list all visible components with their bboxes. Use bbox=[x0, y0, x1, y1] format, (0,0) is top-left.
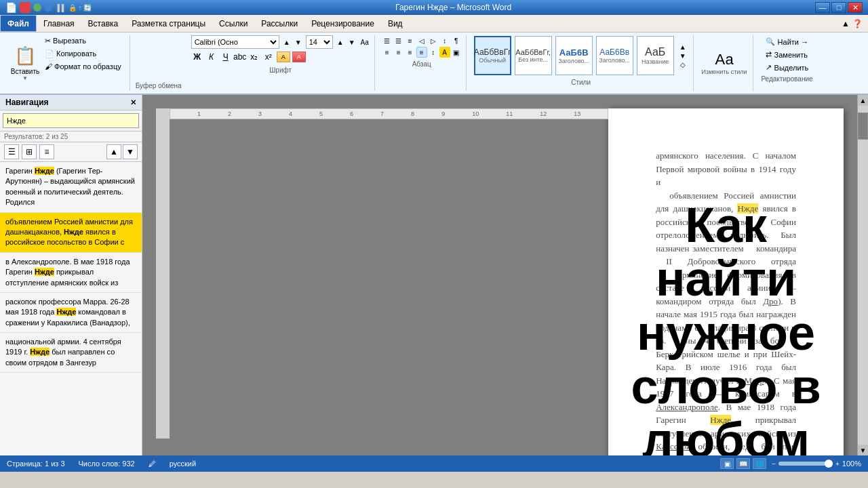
subscript-button[interactable]: x₂ bbox=[248, 51, 260, 63]
zoom-in-button[interactable]: + bbox=[835, 460, 840, 468]
style-normal[interactable]: АаБбВвГг Обычный bbox=[474, 36, 511, 75]
nav-close-button[interactable]: ✕ bbox=[130, 98, 136, 107]
close-button[interactable]: ✕ bbox=[848, 2, 863, 13]
nav-item-2[interactable]: в Александрополе. В мае 1918 года Гареги… bbox=[0, 253, 142, 293]
copy-button[interactable]: 📄 Копировать bbox=[42, 48, 124, 60]
status-left: Страница: 1 из 3 Число слов: 932 🖉 русск… bbox=[7, 460, 196, 468]
menu-mailings[interactable]: Рассылки bbox=[254, 15, 304, 32]
zoom-out-button[interactable]: − bbox=[772, 460, 776, 468]
font-color-button[interactable]: A bbox=[292, 52, 306, 62]
right-scrollbar[interactable]: ▲ ▼ bbox=[857, 95, 868, 455]
navigation-panel: Навигация ✕ Результатов: 2 из 25 ☰ ⊞ ≡ ▲… bbox=[0, 95, 142, 455]
menu-view[interactable]: Вид bbox=[381, 15, 410, 32]
maximize-button[interactable]: □ bbox=[831, 2, 846, 13]
font-group: Calibri (Осно ▲ ▼ 14 ▲ ▼ Aa Ж К Ч bbox=[187, 35, 375, 91]
align-justify-button[interactable]: ≡ bbox=[416, 47, 427, 58]
minimize-button[interactable]: — bbox=[815, 2, 830, 13]
font-shrink-button[interactable]: ▼ bbox=[293, 37, 304, 47]
font-size-down-button[interactable]: ▼ bbox=[347, 37, 357, 47]
max-btn[interactable] bbox=[44, 3, 52, 12]
paste-label: Вставить bbox=[11, 68, 39, 75]
cut-button[interactable]: ✂ Вырезать bbox=[42, 35, 124, 47]
paste-dropdown[interactable]: ▼ bbox=[22, 75, 28, 81]
nav-next-button[interactable]: ▼ bbox=[123, 144, 138, 159]
scroll-thumb[interactable] bbox=[858, 113, 868, 140]
bold-button[interactable]: Ж bbox=[191, 51, 203, 63]
border-button[interactable]: ▣ bbox=[451, 47, 462, 58]
superscript-button[interactable]: x² bbox=[262, 51, 275, 63]
styles-label: Стили bbox=[473, 79, 689, 86]
paste-button[interactable]: 📋 Вставить ▼ bbox=[9, 35, 41, 91]
font-grow-button[interactable]: ▲ bbox=[281, 37, 292, 47]
scroll-down-button[interactable]: ▼ bbox=[858, 445, 868, 455]
nav-item-0[interactable]: Гарегин Нжде (Гарегин Тер-Арутюнян) – вы… bbox=[0, 162, 142, 213]
font-size-select[interactable]: 14 bbox=[306, 35, 333, 49]
min-btn[interactable] bbox=[33, 3, 41, 12]
style-heading2[interactable]: АаБ6Вв Заголово... bbox=[596, 36, 633, 75]
font-name-select[interactable]: Calibri (Осно bbox=[191, 35, 279, 49]
style-heading1[interactable]: АаБ6В Заголово... bbox=[555, 36, 593, 75]
nav-item-4[interactable]: национальной армии. 4 сентября 1919 г. Н… bbox=[0, 333, 142, 373]
ribbon-expand-icon[interactable]: ▲ bbox=[842, 19, 850, 28]
editing-group: 🔍 Найти → ⇄ Заменить ↗ Выделить Редактир… bbox=[756, 35, 818, 91]
sort-button[interactable]: ↕ bbox=[439, 35, 450, 46]
show-formatting-button[interactable]: ¶ bbox=[451, 35, 462, 46]
style-no-spacing[interactable]: АаБбВвГг, Без инте... bbox=[515, 36, 552, 75]
menu-layout[interactable]: Разметка страницы bbox=[125, 15, 212, 32]
line-spacing-button[interactable]: ↕ bbox=[428, 47, 439, 58]
zoom-slider[interactable] bbox=[778, 462, 833, 466]
buffer-label: Буфер обмена bbox=[133, 82, 184, 89]
format-painter-button[interactable]: 🖌 Формат по образцу bbox=[42, 61, 124, 72]
nav-view-btn1[interactable]: ☰ bbox=[4, 144, 19, 159]
title-bar: 📄 ▐ ▌ 🔒 ↑ 🔄 Гарегин Нжде – Microsoft Wor… bbox=[0, 0, 868, 15]
nav-arrows: ▲ ▼ bbox=[106, 144, 138, 159]
editing-label: Редактирование bbox=[760, 75, 814, 83]
select-button[interactable]: ↗ Выделить bbox=[760, 61, 814, 74]
decrease-indent-button[interactable]: ◁ bbox=[416, 35, 427, 46]
change-styles-button[interactable]: Аа bbox=[715, 51, 734, 68]
nav-item-1[interactable]: объявлением Россией амнистии для дашнакц… bbox=[0, 213, 142, 253]
strikethrough-button[interactable]: abc bbox=[234, 51, 246, 63]
nav-search-input[interactable] bbox=[3, 113, 139, 128]
style-title[interactable]: АаБ Название bbox=[637, 36, 674, 75]
nav-result-list: Гарегин Нжде (Гарегин Тер-Арутюнян) – вы… bbox=[0, 162, 142, 455]
nav-results: Результатов: 2 из 25 bbox=[0, 131, 142, 142]
list-bullets-button[interactable]: ☰ bbox=[382, 35, 393, 46]
styles-down-button[interactable]: ▼ bbox=[679, 52, 686, 60]
align-left-button[interactable]: ≡ bbox=[382, 47, 393, 58]
menu-file[interactable]: Файл bbox=[0, 15, 37, 32]
align-right-button[interactable]: ≡ bbox=[405, 47, 416, 58]
nav-view-btn3[interactable]: ≡ bbox=[39, 144, 54, 159]
menu-home[interactable]: Главная bbox=[37, 15, 81, 32]
menu-review[interactable]: Рецензирование bbox=[304, 15, 381, 32]
find-button[interactable]: 🔍 Найти → bbox=[760, 35, 814, 48]
view-web-button[interactable]: 🌐 bbox=[753, 458, 766, 469]
styles-more-button[interactable]: ◇ bbox=[680, 61, 686, 68]
highlight-color-button[interactable]: A bbox=[277, 52, 290, 62]
paste-icon: 📋 bbox=[14, 45, 36, 66]
scroll-up-button[interactable]: ▲ bbox=[858, 95, 868, 106]
align-center-button[interactable]: ≡ bbox=[393, 47, 404, 58]
menu-references[interactable]: Ссылки bbox=[212, 15, 254, 32]
underline-button[interactable]: Ч bbox=[220, 51, 232, 63]
paragraph-label: Абзац bbox=[382, 60, 462, 68]
list-numbers-button[interactable]: ☰ bbox=[393, 35, 404, 46]
shading-button[interactable]: A bbox=[439, 47, 450, 58]
menu-insert[interactable]: Вставка bbox=[81, 15, 125, 32]
clear-format-button[interactable]: Aa bbox=[359, 37, 370, 47]
styles-up-button[interactable]: ▲ bbox=[679, 43, 686, 51]
change-styles-label: Изменить стили bbox=[702, 68, 747, 75]
nav-item-3[interactable]: раскопок профессора Марра. 26-28 мая 191… bbox=[0, 293, 142, 333]
nav-prev-button[interactable]: ▲ bbox=[106, 144, 121, 159]
font-size-up-button[interactable]: ▲ bbox=[335, 37, 346, 47]
replace-button[interactable]: ⇄ Заменить bbox=[760, 48, 814, 61]
italic-button[interactable]: К bbox=[205, 51, 218, 63]
help-icon[interactable]: ❓ bbox=[852, 19, 863, 28]
multilevel-list-button[interactable]: ≡ bbox=[405, 35, 416, 46]
document-area[interactable]: 12345678910111213 Как найти нужное слово… bbox=[142, 95, 857, 455]
nav-view-btn2[interactable]: ⊞ bbox=[22, 144, 37, 159]
zoom-control[interactable]: − + 100% bbox=[772, 460, 861, 468]
increase-indent-button[interactable]: ▷ bbox=[428, 35, 439, 46]
view-reading-button[interactable]: 📖 bbox=[736, 458, 750, 469]
view-normal-button[interactable]: ▣ bbox=[720, 458, 734, 469]
